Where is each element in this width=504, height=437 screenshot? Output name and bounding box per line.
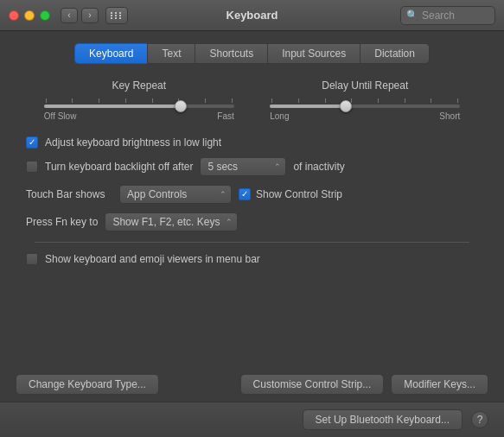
- tab-text[interactable]: Text: [147, 43, 195, 64]
- backlight-label: Turn keyboard backlight off after: [45, 161, 193, 173]
- key-repeat-label: Key Repeat: [112, 79, 166, 92]
- delay-repeat-left: Long: [270, 111, 289, 121]
- footer-row: Set Up Bluetooth Keyboard... ?: [0, 402, 504, 437]
- tab-dictation[interactable]: Dictation: [360, 43, 430, 64]
- key-repeat-track[interactable]: [44, 104, 234, 108]
- help-button[interactable]: ?: [471, 411, 488, 428]
- fn-key-dropdown-arrow: ⌃: [226, 218, 233, 226]
- menubar-row: Show keyboard and emoji viewers in menu …: [26, 253, 478, 265]
- fn-key-dropdown-value: Show F1, F2, etc. Keys: [112, 216, 220, 228]
- settings-section: ✓ Adjust keyboard brightness in low ligh…: [17, 136, 487, 265]
- touchbar-label: Touch Bar shows: [26, 188, 112, 200]
- control-strip-checkbox[interactable]: ✓: [239, 188, 251, 200]
- menubar-label: Show keyboard and emoji viewers in menu …: [45, 253, 260, 265]
- customise-strip-button[interactable]: Customise Control Strip...: [240, 374, 385, 395]
- show-control-row: ✓ Show Control Strip: [239, 188, 342, 200]
- fn-key-dropdown[interactable]: Show F1, F2, etc. Keys ⌃: [105, 212, 238, 231]
- brightness-label: Adjust keyboard brightness in low light: [45, 136, 221, 149]
- main-content: Keyboard Text Shortcuts Input Sources Di…: [0, 31, 504, 279]
- menubar-checkbox[interactable]: [26, 253, 38, 265]
- control-strip-label: Show Control Strip: [256, 188, 342, 200]
- key-repeat-left: Off Slow: [44, 111, 77, 121]
- touchbar-dropdown-value: App Controls: [127, 188, 187, 200]
- backlight-suffix: of inactivity: [293, 161, 344, 173]
- touchbar-dropdown-arrow: ⌃: [220, 190, 226, 199]
- forward-button[interactable]: ›: [81, 8, 99, 23]
- tab-shortcuts[interactable]: Shortcuts: [195, 43, 267, 64]
- fn-key-row: Press Fn key to Show F1, F2, etc. Keys ⌃: [26, 212, 478, 231]
- backlight-row: Turn keyboard backlight off after 5 secs…: [26, 157, 478, 176]
- fn-key-label: Press Fn key to: [26, 216, 98, 228]
- brightness-row: ✓ Adjust keyboard brightness in low ligh…: [26, 136, 478, 149]
- backlight-dropdown[interactable]: 5 secs ⌃: [200, 157, 286, 176]
- modifier-keys-button[interactable]: Modifier Keys...: [391, 374, 488, 395]
- minimize-button[interactable]: [24, 10, 35, 21]
- key-repeat-endpoints: Off Slow Fast: [44, 111, 234, 121]
- maximize-button[interactable]: [40, 10, 50, 21]
- delay-repeat-ticks: [270, 98, 460, 103]
- delay-repeat-right: Short: [439, 111, 460, 121]
- close-button[interactable]: [9, 10, 19, 21]
- bottom-section: Change Keyboard Type... Customise Contro…: [0, 367, 504, 437]
- grid-button[interactable]: [105, 7, 128, 24]
- change-keyboard-button[interactable]: Change Keyboard Type...: [16, 374, 159, 395]
- divider: [35, 242, 469, 243]
- delay-repeat-track[interactable]: [270, 104, 460, 108]
- key-repeat-slider-group: Key Repeat Off Slow Fast: [44, 79, 234, 121]
- tab-bar: Keyboard Text Shortcuts Input Sources Di…: [17, 43, 487, 64]
- delay-repeat-slider-group: Delay Until Repeat Long Short: [270, 79, 460, 121]
- bluetooth-keyboard-button[interactable]: Set Up Bluetooth Keyboard...: [303, 409, 463, 430]
- brightness-checkbox[interactable]: ✓: [26, 136, 38, 149]
- backlight-dropdown-arrow: ⌃: [274, 162, 281, 171]
- tab-keyboard[interactable]: Keyboard: [74, 43, 147, 64]
- traffic-lights: [9, 10, 50, 21]
- tab-input-sources[interactable]: Input Sources: [267, 43, 360, 64]
- backlight-dropdown-value: 5 secs: [207, 161, 238, 173]
- backlight-checkbox[interactable]: [26, 161, 38, 173]
- key-repeat-right: Fast: [217, 111, 233, 121]
- search-icon: 🔍: [406, 10, 418, 21]
- delay-repeat-label: Delay Until Repeat: [322, 79, 408, 92]
- search-input[interactable]: [422, 10, 491, 22]
- main-buttons-row: Change Keyboard Type... Customise Contro…: [0, 367, 504, 402]
- search-box[interactable]: 🔍: [400, 6, 495, 25]
- titlebar: ‹ › Keyboard 🔍: [0, 0, 504, 31]
- delay-repeat-endpoints: Long Short: [270, 111, 460, 121]
- brightness-checkmark: ✓: [29, 138, 35, 147]
- key-repeat-ticks: [44, 98, 234, 103]
- window-title: Keyboard: [226, 9, 278, 22]
- control-strip-checkmark: ✓: [241, 190, 248, 199]
- touchbar-dropdown[interactable]: App Controls ⌃: [119, 185, 232, 204]
- nav-buttons: ‹ ›: [61, 8, 99, 23]
- back-button[interactable]: ‹: [61, 8, 78, 23]
- touchbar-row: Touch Bar shows App Controls ⌃ ✓ Show Co…: [26, 185, 478, 204]
- sliders-section: Key Repeat Off Slow Fast Delay Until Rep…: [17, 79, 487, 121]
